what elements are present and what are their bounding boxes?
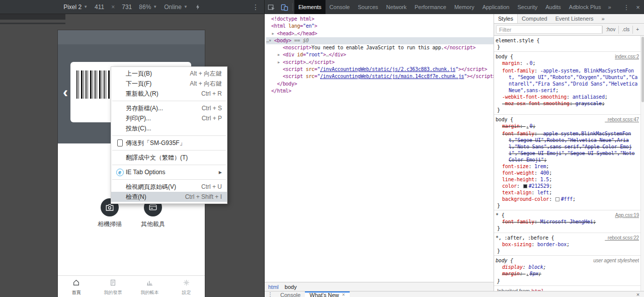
- devtools-body: <!doctype html><html lang="en"> ▶<head>……: [265, 14, 644, 291]
- css-property[interactable]: text-align: left;: [496, 189, 639, 196]
- device-width-input[interactable]: 411: [95, 4, 104, 11]
- css-rule[interactable]: index.css:2body {margin: ▸0;font-family:…: [494, 52, 640, 115]
- element-classes-button[interactable]: .cls: [618, 26, 632, 34]
- sidebar-tab-event-listeners[interactable]: Event Listeners: [551, 14, 598, 23]
- context-menu-item[interactable]: 翻譯成中文（繁體）(T): [111, 153, 227, 163]
- tab-close-icon[interactable]: ×: [342, 291, 345, 297]
- sidebar-tab-styles[interactable]: Styles: [494, 14, 518, 23]
- css-property[interactable]: box-sizing: border-box;: [496, 241, 639, 248]
- dom-node[interactable]: <noscript>You need to enable JavaScript …: [266, 44, 494, 51]
- elements-panel: <!doctype html><html lang="en"> ▶<head>……: [265, 14, 494, 291]
- tree-expand-arrow-icon[interactable]: ▶: [278, 51, 283, 58]
- new-style-rule-button[interactable]: +: [632, 26, 642, 34]
- more-tabs-chevron[interactable]: »: [605, 4, 614, 10]
- css-property[interactable]: background-color: #fff;: [496, 196, 639, 202]
- css-property[interactable]: font-family: Microsoft JhengHei;: [496, 218, 639, 225]
- css-property[interactable]: display: block;: [496, 264, 639, 270]
- nav-item-[interactable]: 我的發票: [95, 276, 131, 297]
- dom-tree: <!doctype html><html lang="en"> ▶<head>……: [265, 14, 494, 282]
- css-property[interactable]: color: #212529;: [496, 183, 639, 189]
- toggle-device-toolbar-icon[interactable]: [278, 0, 291, 14]
- context-menu-item[interactable]: 下一頁(F)Alt + 向右鍵: [111, 79, 227, 89]
- css-property[interactable]: margin: ▸8px;: [496, 270, 639, 278]
- carousel-back-chevron[interactable]: ‹: [63, 85, 68, 100]
- devtools-tab-security[interactable]: Security: [513, 0, 541, 14]
- tree-expand-arrow-icon[interactable]: ▼: [269, 37, 274, 44]
- context-menu-item[interactable]: 列印(P)...Ctrl + P: [111, 113, 227, 123]
- css-source-link[interactable]: user agent stylesheet: [593, 257, 639, 264]
- context-menu-item[interactable]: 重新載入(R)Ctrl + R: [111, 89, 227, 99]
- devtools-close-icon[interactable]: ×: [632, 4, 644, 11]
- nav-item-[interactable]: 首頁: [58, 276, 95, 297]
- devtools-tab-network[interactable]: Network: [382, 0, 411, 14]
- css-source-link[interactable]: _reboot.scss:22: [605, 235, 639, 241]
- css-property[interactable]: margin: ▸0;: [496, 60, 639, 67]
- dom-node[interactable]: </body>: [266, 81, 494, 88]
- css-rule[interactable]: App.css:19* {font-family: Microsoft Jhen…: [494, 210, 640, 233]
- tree-expand-arrow-icon[interactable]: ▶: [278, 59, 283, 66]
- dom-node[interactable]: </html>: [266, 88, 494, 95]
- devtools-tab-adblock-plus[interactable]: Adblock Plus: [565, 0, 605, 14]
- device-toolbar-kebab-icon[interactable]: ⋮: [252, 3, 259, 11]
- dom-node[interactable]: <!doctype html>: [266, 16, 494, 23]
- css-rule[interactable]: element.style {}: [494, 36, 640, 52]
- dom-node[interactable]: ▶<script>…</script>: [266, 59, 494, 66]
- drawer-close-icon[interactable]: ×: [632, 291, 644, 297]
- devtools-tab-performance[interactable]: Performance: [411, 0, 450, 14]
- devtools-tab-memory[interactable]: Memory: [450, 0, 478, 14]
- dom-node[interactable]: ▶<div id="root">…</div>: [266, 51, 494, 58]
- devtools-tab-elements[interactable]: Elements: [294, 0, 326, 14]
- context-menu-item[interactable]: 檢視網頁原始碼(V)Ctrl + U: [111, 182, 227, 192]
- css-property[interactable]: line-height: 1.5;: [496, 176, 639, 183]
- styles-filter-input[interactable]: Filter: [496, 25, 602, 34]
- context-menu-item[interactable]: 投放(C)...: [111, 123, 227, 133]
- css-property[interactable]: -moz-osx-font-smoothing: grayscale;: [496, 100, 639, 107]
- breadcrumb-item-body[interactable]: body: [285, 284, 297, 290]
- devtools-tab-sources[interactable]: Sources: [354, 0, 382, 14]
- devtools-tab-console[interactable]: Console: [326, 0, 354, 14]
- css-rule[interactable]: _reboot.scss:47body {margin: ▸0;font-fam…: [494, 115, 640, 210]
- tree-expand-arrow-icon[interactable]: ▶: [272, 30, 277, 37]
- css-source-link[interactable]: _reboot.scss:47: [605, 116, 639, 123]
- css-property[interactable]: font-weight: 400;: [496, 170, 639, 176]
- nav-item-[interactable]: 設定: [168, 276, 205, 297]
- dom-node[interactable]: …▼<body> == $0: [266, 37, 494, 44]
- css-property[interactable]: font-size: 1rem;: [496, 163, 639, 170]
- css-source-link[interactable]: index.css:2: [615, 53, 639, 60]
- device-height-input[interactable]: 731: [122, 4, 132, 11]
- css-property[interactable]: -webkit-font-smoothing: antialiased;: [496, 94, 639, 100]
- css-property[interactable]: font-family: -apple-system, BlinkMacSyst…: [496, 67, 639, 94]
- drawer-tab-what-s-new[interactable]: What's New×: [305, 291, 349, 297]
- toggle-element-state-button[interactable]: :hov: [602, 26, 618, 34]
- context-menu-item[interactable]: 另存新檔(A)...Ctrl + S: [111, 103, 227, 113]
- sidebar-more-tabs-chevron[interactable]: »: [600, 14, 607, 23]
- dom-node[interactable]: ▶<head>…</head>: [266, 30, 494, 37]
- sidebar-tab-computed[interactable]: Computed: [518, 14, 551, 23]
- dom-node[interactable]: <html lang="en">: [266, 23, 494, 30]
- devtools-tab-application[interactable]: Application: [478, 0, 514, 14]
- zoom-select[interactable]: 86% ▼: [139, 4, 157, 11]
- styles-scrollbar[interactable]: [640, 36, 644, 291]
- drawer-kebab-icon[interactable]: ⋮: [265, 291, 276, 297]
- scrollbar-thumb[interactable]: [641, 37, 644, 102]
- css-rule[interactable]: user agent stylesheetbody {display: bloc…: [494, 256, 640, 286]
- css-source-link[interactable]: App.css:19: [615, 212, 639, 218]
- context-menu-item[interactable]: 檢查(N)Ctrl + Shift + I: [111, 192, 227, 202]
- devtools-tab-audits[interactable]: Audits: [541, 0, 565, 14]
- drawer-tab-console[interactable]: Console: [276, 291, 305, 297]
- breadcrumb-item-html[interactable]: html: [268, 284, 279, 290]
- css-rule[interactable]: _reboot.scss:22*, :after, :before {box-s…: [494, 233, 640, 256]
- context-menu-item[interactable]: eIE Tab Options▶: [111, 167, 227, 177]
- devtools-kebab-icon[interactable]: ⋮: [621, 4, 632, 11]
- dom-node[interactable]: <script src="/invAccountingWeb/static/js…: [266, 73, 494, 80]
- menu-shortcut: Ctrl + R: [201, 90, 222, 97]
- dom-node[interactable]: <script src="/invAccountingWeb/static/js…: [266, 66, 494, 73]
- context-menu-item[interactable]: 上一頁(B)Alt + 向左鍵: [111, 68, 227, 79]
- context-menu-item[interactable]: 傳送到「SM-G935F」: [111, 138, 227, 148]
- nav-item-[interactable]: 我的帳本: [131, 276, 168, 297]
- network-throttling-select[interactable]: Online ▼: [164, 4, 188, 11]
- inspect-element-icon[interactable]: [265, 0, 278, 14]
- css-property[interactable]: margin: ▸0;: [496, 123, 639, 130]
- device-select[interactable]: Pixel 2 ▼: [63, 4, 88, 11]
- css-property[interactable]: font-family: -apple-system,BlinkMacSyste…: [496, 130, 639, 163]
